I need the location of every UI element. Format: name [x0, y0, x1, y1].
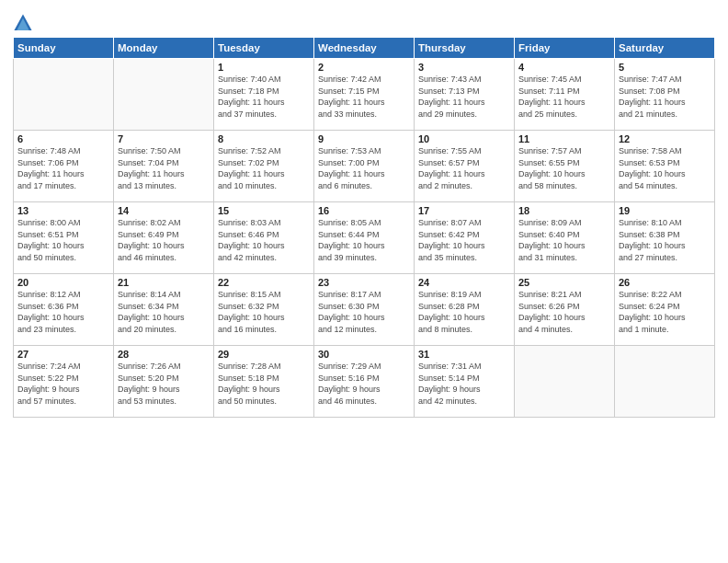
day-number: 13: [17, 205, 109, 216]
day-number: 24: [418, 277, 510, 288]
day-info: Sunrise: 7:42 AM Sunset: 7:15 PM Dayligh…: [318, 74, 410, 120]
calendar-cell: 31Sunrise: 7:31 AM Sunset: 5:14 PM Dayli…: [415, 346, 515, 418]
calendar-cell: 3Sunrise: 7:43 AM Sunset: 7:13 PM Daylig…: [415, 59, 515, 131]
day-number: 26: [619, 277, 711, 288]
day-info: Sunrise: 7:29 AM Sunset: 5:16 PM Dayligh…: [318, 361, 410, 407]
day-number: 19: [619, 205, 711, 216]
day-info: Sunrise: 7:43 AM Sunset: 7:13 PM Dayligh…: [418, 74, 510, 120]
calendar-cell: 12Sunrise: 7:58 AM Sunset: 6:53 PM Dayli…: [615, 131, 715, 202]
day-number: 5: [619, 62, 711, 73]
day-info: Sunrise: 7:40 AM Sunset: 7:18 PM Dayligh…: [218, 74, 310, 120]
day-info: Sunrise: 7:45 AM Sunset: 7:11 PM Dayligh…: [518, 74, 610, 120]
day-number: 2: [318, 62, 410, 73]
day-info: Sunrise: 7:28 AM Sunset: 5:18 PM Dayligh…: [218, 361, 310, 407]
calendar-cell: 13Sunrise: 8:00 AM Sunset: 6:51 PM Dayli…: [14, 202, 114, 274]
day-info: Sunrise: 7:58 AM Sunset: 6:53 PM Dayligh…: [619, 145, 711, 191]
calendar-week-row: 27Sunrise: 7:24 AM Sunset: 5:22 PM Dayli…: [14, 346, 715, 418]
day-info: Sunrise: 7:48 AM Sunset: 7:06 PM Dayligh…: [17, 145, 109, 191]
day-info: Sunrise: 8:22 AM Sunset: 6:24 PM Dayligh…: [619, 289, 711, 335]
calendar-cell: 5Sunrise: 7:47 AM Sunset: 7:08 PM Daylig…: [615, 59, 715, 131]
day-number: 25: [518, 277, 610, 288]
calendar-cell: 25Sunrise: 8:21 AM Sunset: 6:26 PM Dayli…: [515, 274, 615, 346]
day-number: 15: [218, 205, 310, 216]
calendar-cell: 29Sunrise: 7:28 AM Sunset: 5:18 PM Dayli…: [214, 346, 314, 418]
day-info: Sunrise: 7:55 AM Sunset: 6:57 PM Dayligh…: [418, 145, 510, 191]
calendar-header-tuesday: Tuesday: [214, 38, 314, 59]
calendar-cell: 1Sunrise: 7:40 AM Sunset: 7:18 PM Daylig…: [214, 59, 314, 131]
calendar-cell: 7Sunrise: 7:50 AM Sunset: 7:04 PM Daylig…: [114, 131, 214, 202]
day-number: 21: [118, 277, 210, 288]
day-info: Sunrise: 8:17 AM Sunset: 6:30 PM Dayligh…: [318, 289, 410, 335]
day-number: 8: [218, 133, 310, 144]
day-info: Sunrise: 8:21 AM Sunset: 6:26 PM Dayligh…: [518, 289, 610, 335]
day-info: Sunrise: 7:52 AM Sunset: 7:02 PM Dayligh…: [218, 145, 310, 191]
day-number: 30: [318, 349, 410, 360]
calendar-cell: 20Sunrise: 8:12 AM Sunset: 6:36 PM Dayli…: [14, 274, 114, 346]
calendar-cell: 8Sunrise: 7:52 AM Sunset: 7:02 PM Daylig…: [214, 131, 314, 202]
calendar-cell: 6Sunrise: 7:48 AM Sunset: 7:06 PM Daylig…: [14, 131, 114, 202]
calendar-cell: 28Sunrise: 7:26 AM Sunset: 5:20 PM Dayli…: [114, 346, 214, 418]
day-info: Sunrise: 7:53 AM Sunset: 7:00 PM Dayligh…: [318, 145, 410, 191]
calendar-cell: 26Sunrise: 8:22 AM Sunset: 6:24 PM Dayli…: [615, 274, 715, 346]
day-number: 31: [418, 349, 510, 360]
day-info: Sunrise: 7:26 AM Sunset: 5:20 PM Dayligh…: [118, 361, 210, 407]
calendar-header-sunday: Sunday: [14, 38, 114, 59]
day-number: 22: [218, 277, 310, 288]
day-number: 16: [318, 205, 410, 216]
day-number: 6: [17, 133, 109, 144]
calendar-week-row: 1Sunrise: 7:40 AM Sunset: 7:18 PM Daylig…: [14, 59, 715, 131]
calendar-cell: 18Sunrise: 8:09 AM Sunset: 6:40 PM Dayli…: [515, 202, 615, 274]
calendar-cell: 14Sunrise: 8:02 AM Sunset: 6:49 PM Dayli…: [114, 202, 214, 274]
calendar-cell: 27Sunrise: 7:24 AM Sunset: 5:22 PM Dayli…: [14, 346, 114, 418]
day-info: Sunrise: 7:50 AM Sunset: 7:04 PM Dayligh…: [118, 145, 210, 191]
calendar-cell: 23Sunrise: 8:17 AM Sunset: 6:30 PM Dayli…: [314, 274, 415, 346]
calendar-header-saturday: Saturday: [615, 38, 715, 59]
calendar-cell: 4Sunrise: 7:45 AM Sunset: 7:11 PM Daylig…: [515, 59, 615, 131]
calendar-cell: 17Sunrise: 8:07 AM Sunset: 6:42 PM Dayli…: [415, 202, 515, 274]
calendar-cell: 22Sunrise: 8:15 AM Sunset: 6:32 PM Dayli…: [214, 274, 314, 346]
day-info: Sunrise: 8:03 AM Sunset: 6:46 PM Dayligh…: [218, 217, 310, 263]
day-number: 20: [17, 277, 109, 288]
calendar-header-monday: Monday: [114, 38, 214, 59]
day-info: Sunrise: 8:19 AM Sunset: 6:28 PM Dayligh…: [418, 289, 510, 335]
calendar-week-row: 20Sunrise: 8:12 AM Sunset: 6:36 PM Dayli…: [14, 274, 715, 346]
calendar-cell: 9Sunrise: 7:53 AM Sunset: 7:00 PM Daylig…: [314, 131, 415, 202]
day-info: Sunrise: 8:02 AM Sunset: 6:49 PM Dayligh…: [118, 217, 210, 263]
day-number: 29: [218, 349, 310, 360]
day-number: 17: [418, 205, 510, 216]
day-number: 3: [418, 62, 510, 73]
day-info: Sunrise: 8:12 AM Sunset: 6:36 PM Dayligh…: [17, 289, 109, 335]
day-number: 12: [619, 133, 711, 144]
calendar-table: SundayMondayTuesdayWednesdayThursdayFrid…: [13, 37, 715, 418]
day-number: 7: [118, 133, 210, 144]
calendar-week-row: 13Sunrise: 8:00 AM Sunset: 6:51 PM Dayli…: [14, 202, 715, 274]
calendar-cell: [515, 346, 615, 418]
day-number: 27: [17, 349, 109, 360]
calendar-cell: [114, 59, 214, 131]
calendar-header-thursday: Thursday: [415, 38, 515, 59]
calendar-cell: 16Sunrise: 8:05 AM Sunset: 6:44 PM Dayli…: [314, 202, 415, 274]
calendar-cell: [14, 59, 114, 131]
day-number: 4: [518, 62, 610, 73]
day-info: Sunrise: 8:10 AM Sunset: 6:38 PM Dayligh…: [619, 217, 711, 263]
logo: [13, 13, 36, 33]
calendar-header-wednesday: Wednesday: [314, 38, 415, 59]
logo-icon: [13, 13, 33, 33]
page: SundayMondayTuesdayWednesdayThursdayFrid…: [0, 0, 728, 427]
day-number: 9: [318, 133, 410, 144]
day-info: Sunrise: 7:57 AM Sunset: 6:55 PM Dayligh…: [518, 145, 610, 191]
day-info: Sunrise: 8:00 AM Sunset: 6:51 PM Dayligh…: [17, 217, 109, 263]
day-info: Sunrise: 8:15 AM Sunset: 6:32 PM Dayligh…: [218, 289, 310, 335]
day-number: 14: [118, 205, 210, 216]
day-info: Sunrise: 7:47 AM Sunset: 7:08 PM Dayligh…: [619, 74, 711, 120]
day-number: 10: [418, 133, 510, 144]
calendar-cell: 10Sunrise: 7:55 AM Sunset: 6:57 PM Dayli…: [415, 131, 515, 202]
day-number: 1: [218, 62, 310, 73]
day-info: Sunrise: 7:31 AM Sunset: 5:14 PM Dayligh…: [418, 361, 510, 407]
calendar-header-friday: Friday: [515, 38, 615, 59]
calendar-cell: 24Sunrise: 8:19 AM Sunset: 6:28 PM Dayli…: [415, 274, 515, 346]
calendar-cell: 19Sunrise: 8:10 AM Sunset: 6:38 PM Dayli…: [615, 202, 715, 274]
day-info: Sunrise: 8:07 AM Sunset: 6:42 PM Dayligh…: [418, 217, 510, 263]
calendar-week-row: 6Sunrise: 7:48 AM Sunset: 7:06 PM Daylig…: [14, 131, 715, 202]
calendar-cell: 21Sunrise: 8:14 AM Sunset: 6:34 PM Dayli…: [114, 274, 214, 346]
